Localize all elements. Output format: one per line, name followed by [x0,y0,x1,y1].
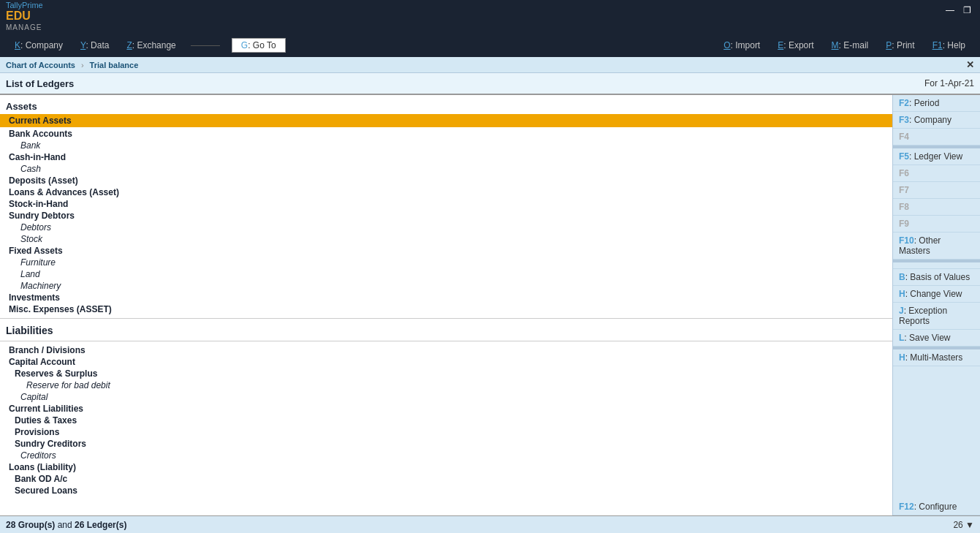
fn-f6: F6 [893,165,980,182]
title-date: For 1-Apr-21 [924,78,974,88]
nav-export[interactable]: E: Export [769,37,822,53]
status-bar: 28 Group(s) and 26 Ledger(s) 26 ▼ [0,515,980,533]
breadcrumb-chart-of-accounts[interactable]: Chart of Accounts [6,61,75,69]
ledger-furniture[interactable]: Furniture [0,257,892,268]
ledger-creditors[interactable]: Creditors [0,450,892,461]
maximize-button[interactable]: ❐ [960,5,974,15]
group-loans-advances-asset[interactable]: Loans & Advances (Asset) [0,186,892,198]
breadcrumb-trial-balance[interactable]: Trial balance [90,61,139,69]
manage-label: MANAGE [6,23,42,31]
fn-f5-ledger-view[interactable]: F5: Ledger View [893,148,980,165]
fn-h-multi-masters[interactable]: H: Multi-Masters [893,349,980,366]
group-capital-account[interactable]: Capital Account [0,356,892,368]
nav-import[interactable]: O: Import [715,37,769,53]
menu-bar: MANAGE [0,20,980,34]
page-title: List of Ledgers [6,78,74,89]
nav-company[interactable]: K: Company [6,37,72,53]
group-bank-accounts[interactable]: Bank Accounts [0,128,892,140]
window-controls: — ❐ [943,5,974,15]
group-current-assets[interactable]: Current Assets [0,114,892,127]
ledger-machinery[interactable]: Machinery [0,280,892,292]
subgroup-secured-loans[interactable]: Secured Loans [0,485,892,496]
breadcrumb-close-button[interactable]: ✕ [966,59,974,70]
nav-bar: K: Company Y: Data Z: Exchange G: Go To … [0,34,980,57]
app-logo: TallyPrime EDU [6,0,43,22]
group-sundry-debtors[interactable]: Sundry Debtors [0,210,892,222]
fn-f7: F7 [893,182,980,199]
ledger-bank[interactable]: Bank [0,140,892,151]
ledger-debtors[interactable]: Debtors [0,222,892,233]
group-misc-expenses-asset[interactable]: Misc. Expenses (ASSET) [0,303,892,315]
sidebar-spacer [893,366,980,499]
nav-exchange[interactable]: Z: Exchange [118,37,184,53]
breadcrumb-bar: Chart of Accounts › Trial balance ✕ [0,57,980,73]
fn-f2-period[interactable]: F2: Period [893,95,980,112]
fn-h-change-view[interactable]: H: Change View [893,286,980,303]
group-deposits-asset[interactable]: Deposits (Asset) [0,175,892,186]
divider-liabilities-top [0,341,892,341]
group-branch-divisions[interactable]: Branch / Divisions [0,344,892,356]
ledger-cash[interactable]: Cash [0,163,892,175]
subgroup-duties-taxes[interactable]: Duties & Taxes [0,415,892,426]
nav-data[interactable]: Y: Data [72,37,118,53]
ledger-reserve-bad-debit[interactable]: Reserve for bad debit [0,379,892,391]
title-bar: List of Ledgers For 1-Apr-21 [0,73,980,95]
nav-print[interactable]: P: Print [877,37,923,53]
subgroup-reserves-surplus[interactable]: Reserves & Surplus [0,368,892,379]
fn-f4: F4 [893,129,980,145]
ledger-capital[interactable]: Capital [0,391,892,403]
subgroup-sundry-creditors[interactable]: Sundry Creditors [0,438,892,450]
group-current-liabilities[interactable]: Current Liabilities [0,403,892,415]
group-cash-in-hand[interactable]: Cash-in-Hand [0,151,892,163]
fn-separator [893,262,980,269]
fn-f8: F8 [893,199,980,216]
nav-email[interactable]: M: E-mail [823,37,878,53]
fn-j-exception-reports[interactable]: J: Exception Reports [893,303,980,330]
group-loans-liability[interactable]: Loans (Liability) [0,461,892,473]
nav-help[interactable]: F1: Help [924,37,974,53]
status-page: 26 ▼ [953,520,974,530]
top-bar: TallyPrime EDU — ❐ [0,0,980,20]
section-liabilities: Liabilities [0,322,892,338]
group-fixed-assets[interactable]: Fixed Assets [0,245,892,257]
app-name: TallyPrime [6,1,43,10]
sidebar: F2: Period F3: Company F4 F5: Ledger Vie… [892,95,980,515]
goto-button[interactable]: G: Go To [232,38,286,53]
main-layout: Assets Current Assets Bank Accounts Bank… [0,95,980,515]
divider-assets-liabilities [0,318,892,319]
minimize-button[interactable]: — [943,5,957,15]
fn-f12-configure[interactable]: F12: Configure [893,499,980,515]
ledger-stock[interactable]: Stock [0,233,892,245]
fn-f10-other-masters[interactable]: F10: Other Masters [893,233,980,260]
fn-f9: F9 [893,216,980,233]
section-assets: Assets [0,98,892,113]
status-groups: 28 Group(s) and 26 Ledger(s) [6,520,126,530]
group-stock-in-hand[interactable]: Stock-in-Hand [0,198,892,210]
ledger-land[interactable]: Land [0,268,892,280]
fn-l-save-view[interactable]: L: Save View [893,330,980,347]
fn-f3-company[interactable]: F3: Company [893,112,980,129]
subgroup-provisions[interactable]: Provisions [0,426,892,438]
content-area[interactable]: Assets Current Assets Bank Accounts Bank… [0,95,892,515]
subgroup-bank-od[interactable]: Bank OD A/c [0,473,892,485]
group-investments[interactable]: Investments [0,292,892,303]
fn-b-basis-of-values[interactable]: B: Basis of Values [893,269,980,286]
